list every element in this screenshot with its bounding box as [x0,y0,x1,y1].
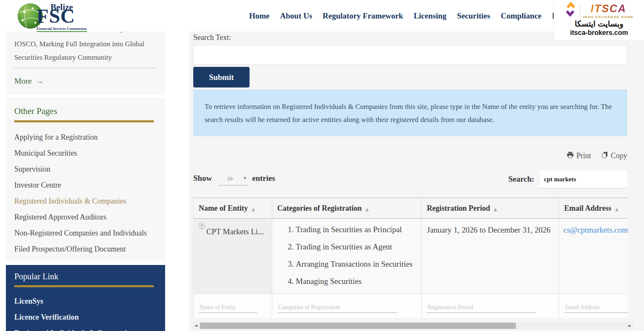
registration-period-cell: January 1, 2026 to December 31, 2026 [422,219,559,294]
filter-cell [272,294,422,318]
table-header-row: Name of Entity▲ Categories of Registrati… [194,198,628,219]
sidebar-item-applying-registration[interactable]: Applying for a Registration [14,133,97,141]
sidebar-item-municipal-securities[interactable]: Municipal Securities [14,149,77,157]
table-toolbar: Print Copy [193,150,627,162]
expand-row-button[interactable]: + [199,222,205,228]
popular-item-licensys[interactable]: LicenSys [14,297,43,305]
sidebar-item-non-registered-companies[interactable]: Non-Registered Companies and Individuals [14,229,147,237]
results-table: Name of Entity▲ Categories of Registrati… [193,198,628,318]
email-link[interactable]: cs@cptmarkets.com [563,225,628,234]
page-size-value: 10 [218,175,241,182]
column-header-name-of-entity[interactable]: Name of Entity▲ [194,198,272,219]
list-item: Municipal Securities [14,148,157,159]
list-item: Registered Individuals & Companies [14,196,157,207]
filter-email-address-input[interactable] [564,302,628,313]
table-search-label: Search: [508,175,534,184]
page-size-select[interactable]: 10 ▼ [218,172,249,185]
list-item: Arranging Transactions in Securities [296,259,416,269]
list-item: LicenSys [14,296,157,307]
sort-asc-icon: ▲ [365,207,369,212]
nav-item-regulatory-framework[interactable]: Regulatory Framework [323,11,403,21]
other-pages-title: Other Pages [14,106,157,117]
sidebar-item-registered-approved-auditors[interactable]: Registered Approved Auditors [14,213,106,221]
categories-list: Trading in Securities as Principal Tradi… [272,225,416,286]
column-header-categories[interactable]: Categories of Registration▲ [272,198,422,219]
list-item: Applying for a Registration [14,132,157,143]
itsca-persian-title: وبسایت ایتسکا [554,19,644,29]
entity-name-cell: + CPT Markets Li... [194,219,272,294]
entries-label: entries [252,174,275,183]
nav-item-home[interactable]: Home [249,11,270,21]
gold-underline [14,120,154,122]
sidebar-item-investor-centre[interactable]: Investor Centre [14,181,61,189]
itsca-watermark: ITSCA IRAN EXCHANGE HOME وبسایت ایتسکا i… [554,0,644,41]
list-item: Investor Centre [14,180,157,191]
sort-asc-icon: ▲ [252,207,255,212]
popular-link-title: Popular Link [14,272,157,281]
page: Belize FSC Financial Services Commission… [0,0,644,331]
popular-link-card: Popular Link LicenSys Licence Verificati… [6,265,165,331]
nav-item-compliance[interactable]: Compliance [501,11,541,21]
list-item: Non-Registered Companies and Individuals [14,228,157,238]
table-controls: Show 10 ▼ entries Search: [193,170,627,190]
logo-brand-main: FSC [37,6,75,26]
column-header-registration-period[interactable]: Registration Period▲ [422,198,559,219]
sort-asc-icon: ▲ [494,207,497,212]
filter-cell [194,294,272,318]
nav-item-about-us[interactable]: About Us [280,11,313,21]
horizontal-scrollbar[interactable]: ◄ ► [192,322,634,329]
news-headline-link[interactable]: IOSCO, Marking Full Integration into Glo… [14,37,157,64]
itsca-brand: ITSCA [583,3,633,15]
list-item: Licence Verification [14,312,157,323]
nav-item-licensing[interactable]: Licensing [414,11,447,21]
itsca-logo-icon [564,2,577,19]
sidebar-item-supervision[interactable]: Supervision [14,165,50,173]
list-item: Registered Individuals & Companies [14,328,157,331]
arrow-right-icon: → [36,77,44,85]
dotted-divider [14,68,157,68]
sidebar-item-registered-individuals-companies[interactable]: Registered Individuals & Companies [14,197,126,205]
submit-button[interactable]: Submit [193,67,250,87]
filter-registration-period-input[interactable] [427,302,536,313]
filter-name-of-entity-input[interactable] [199,302,257,313]
scroll-left-arrow[interactable]: ◄ [195,323,197,328]
scrollbar-thumb[interactable] [200,323,516,329]
popular-item-licence-verification[interactable]: Licence Verification [14,313,79,321]
main-nav: Home About Us Regulatory Framework Licen… [249,0,571,32]
sort-asc-icon: ▲ [615,207,618,212]
logo-brand-sub: Financial Services Commission [37,26,87,32]
site-header: Belize FSC Financial Services Commission… [0,0,644,32]
list-item: Supervision [14,164,157,175]
search-text-input[interactable] [193,45,627,65]
itsca-domain: itsca-brokers.com [554,29,644,37]
other-pages-list: Applying for a Registration Municipal Se… [14,132,157,254]
popular-links-list: LicenSys Licence Verification Registered… [14,296,157,331]
news-card: y IOSCO, Marking Full Integration into G… [6,32,165,95]
column-header-email-address[interactable]: Email Address▲ [559,198,628,219]
print-button[interactable]: Print [567,151,591,160]
filter-categories-input[interactable] [277,302,397,313]
popular-item-registered-individuals[interactable]: Registered Individuals & Companies [14,329,133,331]
more-link[interactable]: More→ [14,77,44,86]
itsca-tagline: IRAN EXCHANGE HOME [583,15,633,19]
categories-cell: Trading in Securities as Principal Tradi… [272,219,422,294]
list-item: Registered Approved Auditors [14,212,157,222]
list-item: Managing Securities [296,276,416,286]
copy-button[interactable]: Copy [602,151,627,160]
list-item: Trading in Securities as Agent [296,242,416,252]
table-filter-row [194,294,628,318]
sidebar-item-filed-prospectus[interactable]: Filed Prospectus/Offering Document [14,245,126,253]
scroll-right-arrow[interactable]: ► [628,323,631,328]
list-item: Filed Prospectus/Offering Document [14,244,157,254]
other-pages-card: Other Pages Applying for a Registration … [6,98,165,261]
nav-item-securities[interactable]: Securities [457,11,490,21]
fsc-logo[interactable]: Belize FSC Financial Services Commission [17,1,109,32]
show-label: Show [193,174,212,183]
copy-icon [602,151,608,160]
gold-underline [14,285,154,287]
info-banner: To retrieve information on Registered In… [193,90,627,136]
filter-cell [559,294,628,318]
table-search-input[interactable] [540,170,627,188]
watermark-divider [580,3,580,18]
filter-cell [422,294,559,318]
